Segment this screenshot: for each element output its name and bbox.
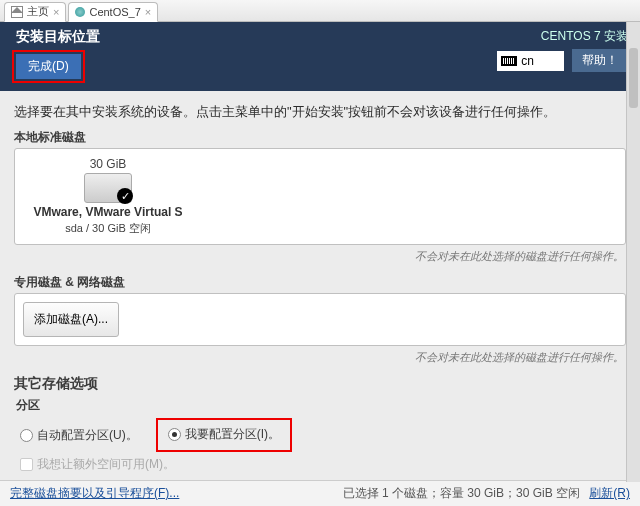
tab-home[interactable]: 主页 × <box>4 2 66 22</box>
content-area: 选择要在其中安装系统的设备。点击主菜单中的"开始安装"按钮前不会对该设备进行任何… <box>0 91 640 506</box>
close-icon[interactable]: × <box>145 6 151 18</box>
disk-sub: sda / 30 GiB 空闲 <box>65 221 151 236</box>
radio-icon <box>20 429 33 442</box>
radio-icon <box>168 428 181 441</box>
local-disks-panel: 30 GiB ✓ VMware, VMware Virtual S sda / … <box>14 148 626 245</box>
disk-size: 30 GiB <box>90 157 127 171</box>
tab-home-label: 主页 <box>27 4 49 19</box>
unselected-note: 不会对未在此处选择的磁盘进行任何操作。 <box>14 249 624 264</box>
refresh-link[interactable]: 刷新(R) <box>589 486 630 500</box>
selection-status: 已选择 1 个磁盘；容量 30 GiB；30 GiB 空闲 刷新(R) <box>343 485 630 502</box>
keyboard-icon <box>501 56 517 66</box>
local-disks-title: 本地标准磁盘 <box>14 129 626 146</box>
tab-vm[interactable]: CentOS_7 × <box>68 2 158 22</box>
help-button[interactable]: 帮助！ <box>572 49 628 72</box>
radio-manual-label: 我要配置分区(I)。 <box>185 426 280 443</box>
disk-item[interactable]: 30 GiB ✓ VMware, VMware Virtual S sda / … <box>23 157 193 236</box>
installer-header: 安装目标位置 完成(D) CENTOS 7 安装 cn 帮助！ <box>0 22 640 91</box>
hard-disk-icon: ✓ <box>84 173 132 203</box>
partition-label: 分区 <box>16 397 626 414</box>
add-disk-button[interactable]: 添加磁盘(A)... <box>23 302 119 337</box>
full-disk-summary-link[interactable]: 完整磁盘摘要以及引导程序(F)... <box>10 485 179 502</box>
tab-vm-label: CentOS_7 <box>89 6 140 18</box>
vm-tabbar: 主页 × CentOS_7 × <box>0 0 640 22</box>
scrollbar-thumb[interactable] <box>629 48 638 108</box>
keyboard-layout-label: cn <box>521 54 534 68</box>
special-disks-panel: 添加磁盘(A)... <box>14 293 626 346</box>
manual-partition-highlight: 我要配置分区(I)。 <box>156 418 292 452</box>
done-button[interactable]: 完成(D) <box>16 54 81 79</box>
checkbox-icon <box>20 458 33 471</box>
status-text: 已选择 1 个磁盘；容量 30 GiB；30 GiB 空闲 <box>343 486 580 500</box>
keyboard-layout-selector[interactable]: cn <box>497 51 564 71</box>
radio-auto-label: 自动配置分区(U)。 <box>37 427 138 444</box>
page-description: 选择要在其中安装系统的设备。点击主菜单中的"开始安装"按钮前不会对该设备进行任何… <box>14 103 626 121</box>
page-title: 安装目标位置 <box>16 28 100 46</box>
checkbox-extra-space: 我想让额外空间可用(M)。 <box>20 456 175 473</box>
special-disks-title: 专用磁盘 & 网络磁盘 <box>14 274 626 291</box>
radio-manual-partition[interactable]: 我要配置分区(I)。 <box>168 426 280 443</box>
close-icon[interactable]: × <box>53 6 59 18</box>
unselected-note-2: 不会对未在此处选择的磁盘进行任何操作。 <box>14 350 624 365</box>
installer-subtitle: CENTOS 7 安装 <box>541 28 628 45</box>
check-icon: ✓ <box>117 188 133 204</box>
disk-name: VMware, VMware Virtual S <box>33 205 182 219</box>
bottom-bar: 完整磁盘摘要以及引导程序(F)... 已选择 1 个磁盘；容量 30 GiB；3… <box>0 480 640 506</box>
done-highlight: 完成(D) <box>12 50 85 83</box>
centos-icon <box>75 7 85 17</box>
extra-space-label: 我想让额外空间可用(M)。 <box>37 456 175 473</box>
home-icon <box>11 6 23 18</box>
storage-options-title: 其它存储选项 <box>14 375 626 393</box>
radio-auto-partition[interactable]: 自动配置分区(U)。 <box>20 427 138 444</box>
scrollbar[interactable] <box>626 22 640 482</box>
